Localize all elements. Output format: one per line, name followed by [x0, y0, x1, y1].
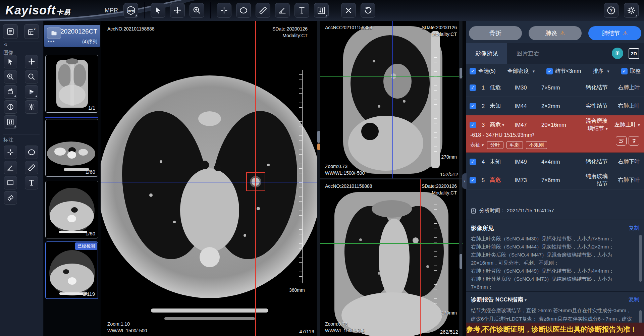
type-dropdown[interactable]: 混合磨玻璃结节: [580, 117, 608, 132]
rail-invert-button[interactable]: [4, 100, 17, 114]
settings-button[interactable]: [624, 3, 639, 18]
tab-image-view[interactable]: 图片查看: [517, 43, 539, 64]
series-header[interactable]: 20200126CT *** (4)序列: [44, 25, 100, 47]
nodule-row-5[interactable]: 5 高危 IM73 7×6mm 纯磨玻璃结节 右肺下叶: [466, 171, 644, 189]
annot-ellipse-button[interactable]: [25, 146, 38, 159]
zoom-in-button[interactable]: [190, 3, 204, 18]
feature-chip[interactable]: 毛刺: [506, 141, 523, 149]
nodule-row-3-selected[interactable]: 3 高危 IM47 20×16mm 混合磨玻璃结节 左肺上叶 -618 - 34…: [466, 115, 644, 153]
crosshair-tool-button[interactable]: [217, 3, 231, 18]
annot-ruler-button[interactable]: [25, 161, 38, 174]
nodule-row-1[interactable]: 1 低危 IM30 7×5mm 钙化结节 右肺上叶: [466, 78, 644, 97]
nodule-index: 5: [482, 177, 490, 183]
thumbnail-series-3[interactable]: 1/60: [45, 181, 98, 238]
row-checkbox[interactable]: [470, 177, 476, 183]
coronal-scrollbar[interactable]: [459, 179, 463, 336]
checkbox-checked-icon[interactable]: [621, 68, 628, 74]
series-list-button[interactable]: [3, 24, 18, 39]
scrollbar-thumb[interactable]: [460, 254, 462, 269]
axial-scrollbar[interactable]: [317, 21, 320, 336]
viewport-coronal[interactable]: AccNO:202101158888 SDate:20200126 Modali…: [320, 179, 463, 336]
reset-button[interactable]: [361, 3, 375, 18]
annot-rectangle-button[interactable]: [4, 176, 17, 189]
rail-select-button[interactable]: [4, 55, 17, 68]
slice-counter: 152/512: [440, 171, 458, 178]
viewport-axial[interactable]: AccNO:202101158888 SDate:20200126 Modali…: [101, 21, 317, 336]
thumbnail-series-4-selected[interactable]: 已经检测 1/119: [45, 241, 98, 299]
select-all-checkbox[interactable]: 全选(5): [470, 68, 496, 75]
feature-chip[interactable]: 不规则: [526, 141, 547, 149]
scrollbar-thumb[interactable]: [460, 68, 462, 78]
size-filter-checkbox[interactable]: 结节<3mm: [546, 68, 581, 75]
crosshair-horizontal-blue[interactable]: [101, 182, 317, 182]
panel-collapse-handle[interactable]: [462, 173, 467, 189]
help-button[interactable]: ?: [604, 3, 619, 18]
row-checkbox[interactable]: [470, 85, 476, 91]
sagittal-scrollbar[interactable]: [459, 21, 463, 178]
window-level-button[interactable]: [314, 3, 329, 18]
crosshair-vertical-blue[interactable]: [392, 21, 393, 178]
pan-button[interactable]: [170, 3, 185, 18]
crosshair-horizontal-green[interactable]: [320, 243, 463, 244]
risk-dropdown[interactable]: 高危: [490, 121, 515, 128]
collapse-rail-icon[interactable]: [4, 41, 7, 48]
nodule-roi-box[interactable]: [246, 172, 265, 191]
crosshair-horizontal-green[interactable]: [320, 76, 463, 77]
location-dropdown[interactable]: 左肺上叶: [608, 121, 640, 128]
nodule-row-3-header[interactable]: 3 高危 IM47 20×16mm 混合磨玻璃结节 左肺上叶: [466, 115, 644, 131]
select-cursor-button[interactable]: [151, 3, 165, 18]
row-checkbox[interactable]: [470, 159, 476, 165]
rail-magnify-button[interactable]: [25, 70, 38, 83]
feature-dropdown[interactable]: 表征: [470, 142, 484, 148]
annot-text-button[interactable]: [25, 176, 38, 189]
density-filter-dropdown[interactable]: 全部密度: [507, 68, 535, 75]
copy-report-link[interactable]: 复制: [629, 296, 639, 303]
rail-brightness-button[interactable]: [25, 100, 38, 114]
nodule-row-4[interactable]: 4 未知 IM49 4×4mm 钙化结节 右肺下叶: [466, 153, 644, 171]
round-checkbox[interactable]: 取整: [621, 68, 641, 75]
toolbar-divider: [144, 2, 145, 18]
guideline-dropdown[interactable]: NCCN指南: [495, 296, 523, 303]
delete-annotation-button[interactable]: [341, 3, 356, 18]
viewport-sagittal[interactable]: AccNO:202101158888 SDate:20200126 Modali…: [320, 21, 463, 178]
guideline-caret[interactable]: [523, 296, 527, 303]
thumbnail-series-2[interactable]: 1/60: [45, 119, 98, 177]
text-icon: [28, 179, 36, 187]
rail-cine-play-button[interactable]: [25, 85, 38, 99]
annot-angle-button[interactable]: [4, 161, 17, 174]
follow-up-button[interactable]: [616, 136, 627, 146]
tab-pneumonia[interactable]: 肺炎: [529, 26, 582, 40]
ruler-tool-button[interactable]: [256, 3, 270, 18]
rail-window-level-button[interactable]: [4, 115, 17, 129]
crosshair-vertical-red[interactable]: [420, 179, 421, 336]
text-annotation-button[interactable]: [294, 3, 309, 18]
rail-pan-button[interactable]: [25, 55, 38, 68]
sort-dropdown[interactable]: 排序: [593, 68, 609, 75]
rail-rotate-button[interactable]: [4, 85, 17, 99]
layout-close-button[interactable]: x: [24, 24, 39, 39]
findings-scrollbar[interactable]: [639, 235, 642, 282]
angle-tool-button[interactable]: [275, 3, 290, 18]
crosshair-icon: [6, 148, 14, 156]
checkbox-checked-icon[interactable]: [470, 68, 476, 74]
row-checkbox[interactable]: [470, 103, 476, 109]
annot-eraser-button[interactable]: [4, 191, 17, 205]
annot-crosshair-button[interactable]: [4, 146, 17, 159]
axial-ct-image: [101, 21, 317, 336]
checkbox-checked-icon[interactable]: [546, 68, 553, 74]
copy-findings-link[interactable]: 复制: [629, 225, 639, 232]
rail-zoom-in-button[interactable]: [4, 70, 17, 83]
delete-nodule-button[interactable]: [629, 136, 639, 146]
tab-fracture[interactable]: 骨折: [469, 26, 522, 40]
tab-lung-nodule[interactable]: 肺结节: [588, 26, 641, 40]
report-button[interactable]: [612, 48, 623, 59]
thumbnail-scout[interactable]: 1/1: [45, 55, 98, 113]
ellipse-roi-button[interactable]: [236, 3, 251, 18]
scrollbar-thumb[interactable]: [317, 131, 320, 143]
nodule-row-2[interactable]: 2 未知 IM44 2×2mm 实性结节 右肺上叶: [466, 97, 644, 115]
mpr-mode-button[interactable]: MPR: [123, 3, 138, 18]
2d-toggle-button[interactable]: 2D: [629, 48, 639, 59]
tab-findings-view[interactable]: 影像所见: [466, 43, 507, 64]
row-checkbox[interactable]: [470, 122, 476, 128]
feature-chip[interactable]: 分叶: [487, 141, 503, 149]
